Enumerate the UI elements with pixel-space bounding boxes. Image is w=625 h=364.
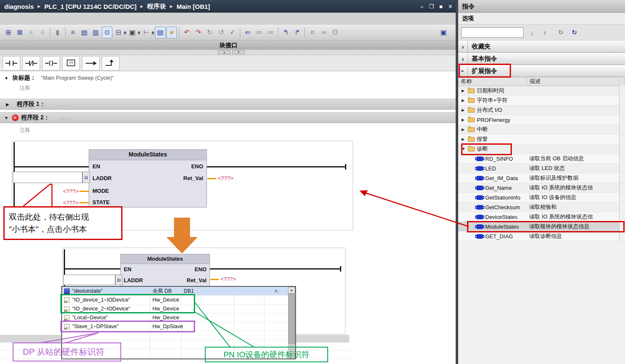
insert-empty-box-icon[interactable]: ▣ [127, 27, 138, 38]
version-filter-icon[interactable]: ↻ [555, 27, 566, 38]
find-previous-icon[interactable]: ↑ [539, 27, 550, 38]
column-header-desc[interactable]: 描述 [527, 77, 619, 86]
folder-row[interactable]: ▶日期和时间 [458, 86, 625, 96]
toggle-symbol-icon[interactable]: ▮ [52, 27, 63, 38]
dropdown-caret-icon[interactable]: ± [124, 30, 126, 35]
consistency-check-icon[interactable]: ✓ [227, 27, 238, 38]
split-editor-icon[interactable]: ▣ [438, 27, 449, 38]
minimize-icon[interactable]: – [420, 3, 423, 10]
pin-eno[interactable]: ENO [195, 266, 207, 272]
goto-definition-icon[interactable]: ⇐ [242, 27, 253, 38]
instruction-row[interactable]: Get_Name读取 IO 系统的模块状态信 [458, 183, 625, 193]
dropdown-caret-icon[interactable]: ± [138, 30, 140, 35]
empty-box-button[interactable]: ?? [62, 56, 80, 70]
breadcrumb-project[interactable]: diagnosis [4, 3, 34, 10]
collapse-arrow-icon[interactable]: ▼ [4, 76, 8, 81]
expand-arrow-icon[interactable]: ▶ [462, 98, 465, 102]
float-window-icon[interactable]: ❐ [429, 3, 434, 10]
dropdown-caret-icon[interactable]: ± [152, 30, 154, 35]
section-favorites[interactable]: › 收藏夹 [458, 40, 625, 53]
folder-row[interactable]: ▶报警 [458, 135, 625, 144]
pin-state[interactable]: STATE [92, 199, 110, 205]
search-input[interactable] [461, 27, 524, 38]
expand-arrow-icon[interactable]: ▶ [462, 127, 465, 132]
monitor-value-icon[interactable]: ¤ [307, 27, 318, 38]
breadcrumb-main-ob1[interactable]: Main [OB1] [177, 3, 210, 10]
panel-options-header[interactable]: 选项 [458, 13, 625, 24]
operand-dropdown-button[interactable]: ▤ [115, 275, 122, 285]
know-how-protect-icon[interactable]: ʘ [330, 27, 340, 38]
splitter-up-icon[interactable]: ▲ [218, 50, 231, 54]
pin-eno[interactable]: ENO [191, 163, 203, 170]
chevron-right-icon[interactable]: › [458, 41, 468, 52]
instruction-row[interactable]: Get_IM_Data读取标识及维护数据 [458, 173, 625, 183]
expand-arrow-icon[interactable]: ▶ [462, 89, 465, 93]
chevron-right-icon[interactable]: › [458, 53, 468, 65]
retval-placeholder[interactable]: <???> [220, 276, 236, 282]
test-mode-icon[interactable]: ∞ [318, 27, 329, 38]
block-comment[interactable]: 注释 [19, 84, 30, 92]
open-branch-button[interactable] [82, 56, 100, 70]
pin-laddr[interactable]: LADDR [92, 175, 112, 181]
instruction-row[interactable]: GetChecksum读取校验和 [458, 202, 625, 212]
favorites-toggle-icon[interactable]: ★ [166, 27, 177, 38]
no-contact-button[interactable] [3, 56, 20, 70]
maximize-icon[interactable]: ■ [439, 3, 443, 10]
pin-mode[interactable]: MODE [92, 188, 109, 194]
expand-arrow-icon[interactable]: ▶ [462, 118, 465, 122]
find-next-icon[interactable]: ↓ [527, 27, 538, 38]
instruction-row[interactable]: GET_DIAG读取诊断信息 [458, 232, 625, 241]
state-placeholder[interactable]: <???> [54, 200, 79, 206]
network-2-comment[interactable]: 注释 [19, 127, 30, 134]
expand-arrow-icon[interactable]: ▶ [462, 108, 465, 112]
folder-row[interactable]: ▶分布式 I/O [458, 105, 625, 115]
profile-filter-icon[interactable]: ↻ [569, 27, 580, 38]
update-block-call-icon[interactable]: ↻ [204, 27, 215, 38]
network-1-title-placeholder[interactable]: ..... [56, 101, 65, 107]
goto-prev-error-icon[interactable]: ↶ [182, 27, 192, 38]
pin-retval[interactable]: Ret_Val [187, 277, 207, 283]
scroll-up-icon[interactable]: ▲ [288, 287, 295, 294]
insert-column-icon[interactable]: ≡ [37, 27, 48, 38]
jump-back-icon[interactable]: ↰ [280, 27, 291, 38]
delete-network-icon[interactable]: ⊠ [14, 27, 25, 38]
open-callers-icon[interactable]: ≔ [254, 27, 264, 38]
folder-row[interactable]: ▶中断 [458, 125, 625, 135]
collapse-arrow-icon[interactable]: ▶ [6, 102, 9, 107]
modulestates-block-1[interactable]: ModuleStates EN ENO LADDR Ret_Val MODE S… [89, 149, 207, 208]
column-header-name[interactable]: 名称 [458, 77, 527, 86]
breadcrumb-program-blocks[interactable]: 程序块 [147, 3, 166, 11]
collapse-networks-icon[interactable]: ▥ [90, 27, 101, 38]
laddr-operand-field[interactable] [13, 172, 82, 183]
insert-branch-icon[interactable]: ⊢ [141, 27, 152, 38]
pin-retval[interactable]: Ret_Val [183, 175, 203, 181]
block-title[interactable]: ModuleStates [89, 150, 207, 160]
close-branch-button[interactable] [102, 56, 120, 70]
close-callers-icon[interactable]: ≔ [265, 27, 276, 38]
collapse-arrow-icon[interactable]: ▼ [4, 116, 8, 120]
instruction-row[interactable]: GetStationInfo读取 IO 设备的信息 [458, 193, 625, 202]
scrollbar-thumb[interactable] [288, 294, 295, 344]
instruction-row[interactable]: DeviceStates读取 IO 系统的模块状态信 [458, 212, 625, 222]
pin-en[interactable]: EN [92, 163, 100, 170]
nc-contact-button[interactable] [22, 56, 40, 70]
insert-row-icon[interactable]: ≡ [26, 27, 36, 38]
insert-network-icon[interactable]: ⊞ [3, 27, 14, 38]
expand-networks-icon[interactable]: ▤ [79, 27, 90, 38]
splitter-down-icon[interactable]: ▼ [232, 50, 245, 54]
breadcrumb-plc[interactable]: PLC_1 [CPU 1214C DC/DC/DC] [44, 3, 136, 10]
retval-placeholder[interactable]: <???> [218, 175, 234, 181]
pin-laddr[interactable]: LADDR [124, 277, 143, 283]
network-comment-icon[interactable]: ≡ [68, 27, 78, 38]
instruction-row[interactable]: LED读取 LED 状态 [458, 164, 625, 173]
block-title[interactable]: ModuleStates [121, 254, 209, 264]
folder-row[interactable]: ▶PROFIenergy [458, 115, 625, 125]
insert-fb-icon[interactable]: ⊟ [113, 27, 124, 38]
folder-row[interactable]: ▶字符串+字符 [458, 96, 625, 105]
toggle-comments-icon[interactable]: ⊙ [102, 27, 112, 38]
jump-forward-icon[interactable]: ↱ [292, 27, 302, 38]
laddr-operand-field[interactable] [63, 275, 115, 285]
close-icon[interactable]: ✕ [448, 3, 453, 10]
instruction-row[interactable]: RD_SINFO读取当前 OB 启动信息 [458, 154, 625, 164]
mode-placeholder[interactable]: <???> [54, 188, 79, 194]
